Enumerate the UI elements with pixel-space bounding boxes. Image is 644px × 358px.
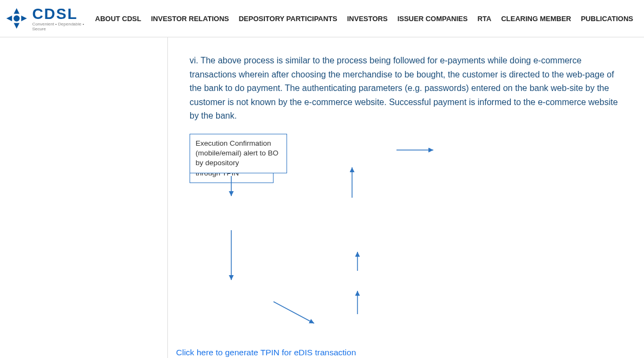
link-generate-tpin[interactable]: Click here to generate TPIN for eDIS tra… [176,348,628,357]
nav-publications[interactable]: PUBLICATIONS [581,15,633,23]
svg-line-3 [274,302,314,323]
svg-point-0 [14,16,19,21]
nav-investor-relations[interactable]: INVESTOR RELATIONS [151,15,229,23]
diagram-box-confirmation-alert: Execution Confirmation (mobile/email) al… [190,134,287,173]
logo-text: CDSL [32,5,95,23]
nav-about[interactable]: ABOUT CDSL [95,15,141,23]
content-area: vi. The above process is similar to the … [168,37,644,358]
nav-investors[interactable]: INVESTORS [347,15,388,23]
logo-icon [5,6,28,30]
nav-depository-participants[interactable]: DEPOSITORY PARTICIPANTS [239,15,337,23]
main-nav: ABOUT CDSL INVESTOR RELATIONS DEPOSITORY… [95,15,634,23]
left-sidebar-spacer [0,37,168,358]
process-paragraph: vi. The above process is similar to the … [190,54,628,123]
logo-area[interactable]: CDSL Convenient • Dependable • Secure [5,5,95,31]
main-content: vi. The above process is similar to the … [0,37,644,358]
nav-clearing-member[interactable]: CLEARING MEMBER [501,15,571,23]
nav-issuer-companies[interactable]: ISSUER COMPANIES [398,15,468,23]
flow-diagram: Execution of transaction on broker/ DP p… [190,134,558,340]
page-header: CDSL Convenient • Dependable • Secure AB… [0,0,644,37]
nav-rta[interactable]: RTA [477,15,491,23]
logo-tagline: Convenient • Dependable • Secure [32,22,95,31]
